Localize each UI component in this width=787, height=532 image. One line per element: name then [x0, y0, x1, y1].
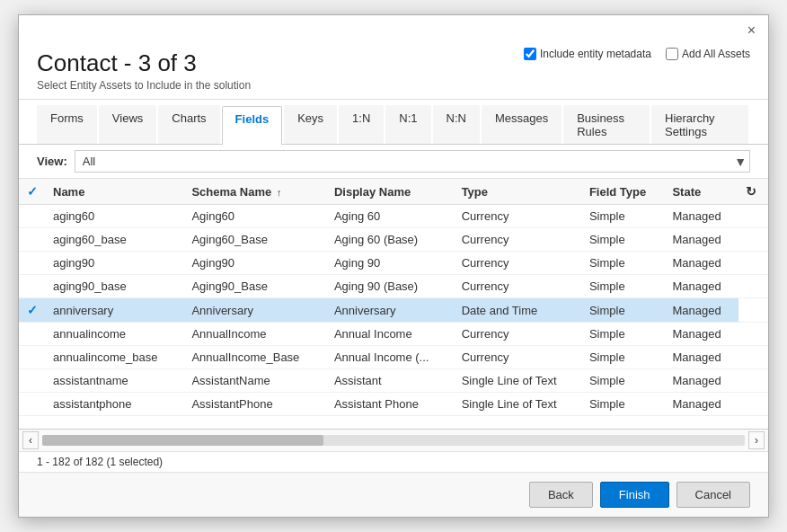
cell-state: Managed — [665, 369, 738, 393]
row-check-cell[interactable] — [19, 252, 46, 275]
scroll-thumb — [42, 435, 323, 446]
col-display-name[interactable]: Display Name — [327, 179, 455, 205]
cell-schema-name: Aging90_Base — [184, 275, 327, 298]
view-bar: View: All ▼ — [19, 145, 768, 179]
table-row[interactable]: aging60_baseAging60_BaseAging 60 (Base)C… — [19, 228, 768, 252]
dialog: × Contact - 3 of 3 Select Entity Assets … — [18, 14, 769, 518]
col-name[interactable]: Name — [46, 179, 184, 205]
cell-name: aging90 — [46, 252, 184, 275]
table-header-row: ✓ Name Schema Name ↑ Display Name Type F… — [19, 179, 768, 205]
tab-business-rules[interactable]: Business Rules — [563, 105, 650, 144]
row-check-icon: ✓ — [27, 303, 38, 317]
cell-type: Single Line of Text — [455, 369, 582, 393]
row-check-cell[interactable] — [19, 228, 46, 252]
cell-schema-name: Aging60 — [184, 205, 327, 228]
cell-display-name: Anniversary — [327, 298, 455, 323]
table-row[interactable]: assistantnameAssistantNameAssistantSingl… — [19, 369, 768, 393]
cell-name: annualincome_base — [46, 346, 184, 369]
cell-type: Currency — [455, 228, 582, 252]
cancel-button[interactable]: Cancel — [676, 482, 750, 508]
row-check-cell[interactable] — [19, 393, 46, 416]
back-button[interactable]: Back — [529, 482, 593, 508]
cell-display-name: Assistant Phone — [327, 393, 455, 416]
tab-charts[interactable]: Charts — [158, 105, 219, 144]
cell-display-name: Aging 60 (Base) — [327, 228, 455, 252]
tab-views[interactable]: Views — [99, 105, 156, 144]
tab-nn[interactable]: N:N — [433, 105, 480, 144]
cell-name: annualincome — [46, 323, 184, 346]
cell-name: aging60_base — [46, 228, 184, 252]
tabs-bar: FormsViewsChartsFieldsKeys1:NN:1N:NMessa… — [19, 105, 768, 145]
col-field-type[interactable]: Field Type — [582, 179, 666, 205]
cell-type: Date and Time — [455, 298, 582, 323]
status-text: 1 - 182 of 182 (1 selected) — [37, 456, 163, 468]
cell-field-type: Simple — [582, 205, 666, 228]
cell-type: Single Line of Text — [455, 393, 582, 416]
table-row[interactable]: assistantphoneAssistantPhoneAssistant Ph… — [19, 393, 768, 416]
cell-state: Managed — [665, 346, 738, 369]
tab-hierarchy-settings[interactable]: Hierarchy Settings — [651, 105, 748, 144]
titlebar: × — [19, 15, 768, 40]
table-row[interactable]: aging90Aging90Aging 90CurrencySimpleMana… — [19, 252, 768, 275]
table-row[interactable]: aging90_baseAging90_BaseAging 90 (Base)C… — [19, 275, 768, 298]
scroll-right-button[interactable]: › — [748, 431, 765, 449]
finish-button[interactable]: Finish — [600, 482, 669, 508]
row-check-cell[interactable] — [19, 275, 46, 298]
cell-field-type: Simple — [582, 393, 666, 416]
tab-keys[interactable]: Keys — [284, 105, 337, 144]
cell-display-name: Aging 90 — [327, 252, 455, 275]
close-button[interactable]: × — [742, 21, 761, 40]
cell-schema-name: Aging60_Base — [184, 228, 327, 252]
col-type[interactable]: Type — [455, 179, 582, 205]
scroll-track — [42, 435, 745, 446]
view-select[interactable]: All — [75, 150, 750, 173]
tab-forms[interactable]: Forms — [37, 105, 97, 144]
tab-1n[interactable]: 1:N — [339, 105, 384, 144]
cell-name: assistantphone — [46, 393, 184, 416]
cell-state: Managed — [665, 205, 738, 228]
table-container: ✓ Name Schema Name ↑ Display Name Type F… — [19, 179, 768, 429]
cell-name: anniversary — [46, 298, 184, 323]
cell-type: Currency — [455, 346, 582, 369]
cell-schema-name: Aging90 — [184, 252, 327, 275]
add-all-assets-input[interactable] — [666, 48, 678, 60]
row-check-cell[interactable] — [19, 205, 46, 228]
include-metadata-label: Include entity metadata — [540, 48, 651, 60]
row-check-cell[interactable] — [19, 346, 46, 369]
cell-type: Currency — [455, 252, 582, 275]
cell-type: Currency — [455, 205, 582, 228]
tab-messages[interactable]: Messages — [482, 105, 562, 144]
include-metadata-input[interactable] — [524, 48, 536, 60]
cell-state: Managed — [665, 393, 738, 416]
col-state[interactable]: State — [665, 179, 738, 205]
status-bar: 1 - 182 of 182 (1 selected) — [19, 451, 768, 472]
include-metadata-checkbox[interactable]: Include entity metadata — [524, 48, 651, 60]
cell-display-name: Annual Income — [327, 323, 455, 346]
row-check-cell[interactable] — [19, 369, 46, 393]
sort-asc-icon: ↑ — [277, 187, 282, 198]
row-check-cell[interactable] — [19, 323, 46, 346]
dialog-footer: Back Finish Cancel — [19, 472, 768, 517]
cell-name: aging60 — [46, 205, 184, 228]
table-row[interactable]: ✓anniversaryAnniversaryAnniversaryDate a… — [19, 298, 768, 323]
cell-state: Managed — [665, 298, 738, 323]
tab-fields[interactable]: Fields — [222, 106, 283, 145]
row-check-cell[interactable]: ✓ — [19, 298, 46, 323]
refresh-icon[interactable]: ↻ — [746, 184, 756, 199]
cell-schema-name: AnnualIncome — [184, 323, 327, 346]
table-row[interactable]: annualincome_baseAnnualIncome_BaseAnnual… — [19, 346, 768, 369]
horizontal-scrollbar: ‹ › — [19, 429, 768, 451]
tab-n1[interactable]: N:1 — [385, 105, 430, 144]
table-row[interactable]: annualincomeAnnualIncomeAnnual IncomeCur… — [19, 323, 768, 346]
cell-state: Managed — [665, 323, 738, 346]
cell-name: aging90_base — [46, 275, 184, 298]
col-check: ✓ — [19, 179, 46, 205]
add-all-assets-checkbox[interactable]: Add All Assets — [666, 48, 750, 60]
scroll-left-button[interactable]: ‹ — [22, 431, 39, 449]
view-select-wrapper: All ▼ — [75, 150, 750, 173]
cell-schema-name: AnnualIncome_Base — [184, 346, 327, 369]
col-schema-name[interactable]: Schema Name ↑ — [184, 179, 327, 205]
table-row[interactable]: aging60Aging60Aging 60CurrencySimpleMana… — [19, 205, 768, 228]
cell-schema-name: AssistantName — [184, 369, 327, 393]
col-refresh[interactable]: ↻ — [738, 179, 768, 205]
